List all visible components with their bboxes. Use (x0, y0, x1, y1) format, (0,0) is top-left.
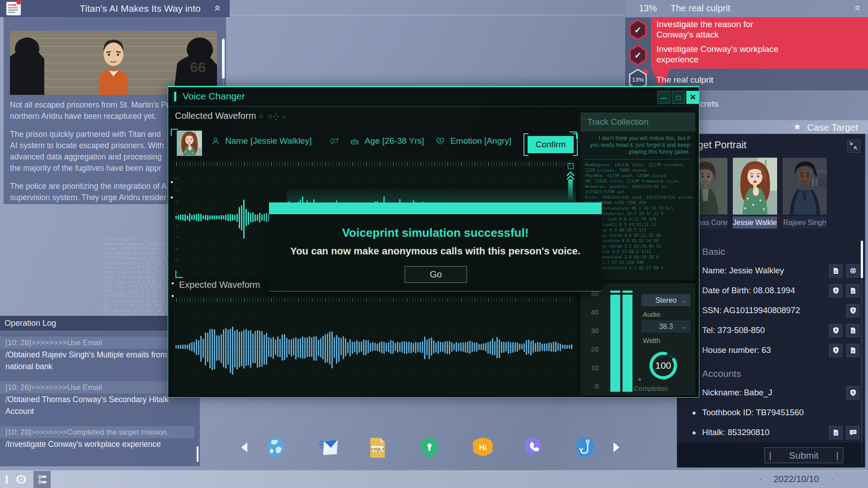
task-progress: 13% (639, 3, 657, 14)
log-scrollbar[interactable] (197, 446, 198, 462)
shield-lock-icon[interactable] (846, 386, 859, 399)
collapse-icon[interactable]: « (212, 4, 223, 14)
log-entry: [10: 26]>>>>>>>>Use Email /Obtained Thom… (0, 381, 194, 417)
expected-waveform-panel (174, 296, 576, 395)
collapse-panel-icon[interactable] (847, 140, 860, 153)
expected-waveform-label: Expected Waveform (179, 280, 260, 290)
operation-log-list: [10: 26]>>>>>>>>Use Email /Obtained Raje… (0, 337, 194, 459)
decor-corner (570, 131, 577, 139)
waveform-scroll-arrow[interactable] (565, 170, 576, 202)
minimize-button[interactable]: — (657, 91, 670, 104)
portrait-jessie-walkley[interactable] (733, 157, 777, 215)
task-item-clipped[interactable]: crets (700, 99, 718, 109)
dialog-header-bar (269, 202, 602, 214)
settings-gear-icon[interactable] (14, 472, 29, 488)
portrait-name[interactable]: Rajeev Singh (783, 216, 827, 229)
log-entry-time: [10: 26]>>>>>>>>Use Email (0, 337, 194, 349)
vu-tick-label: 30 (585, 327, 599, 334)
terminal-line: Networks: packets: 10467237/4G in, (585, 184, 693, 189)
gauge-dot (638, 378, 641, 381)
audio-channel-select[interactable]: Stereo ⌄ (642, 294, 690, 306)
hitalk-icon[interactable]: Hi (472, 437, 492, 458)
age-field: Age [26-38 Yrs] (364, 136, 424, 146)
browser-icon[interactable] (265, 437, 286, 458)
dialog-message: You can now make anonymous calls with th… (269, 245, 602, 257)
portrait-name-selected[interactable]: Jessie Walkley (733, 216, 777, 229)
task-item-completed[interactable]: Investigate the reason forConway's attac… (656, 19, 753, 40)
go-button[interactable]: Go (405, 266, 467, 283)
document-icon[interactable] (846, 324, 859, 337)
task-item-completed[interactable]: Investigate Conway's workplaceexperience (656, 44, 778, 65)
info-row: SSN: AG10119940808972 (702, 300, 859, 320)
case-target-panel: Target Portrait Thomas Conway Jessie Wal… (677, 134, 865, 468)
vu-tick-label: 0 (585, 382, 599, 390)
shield-lock-icon[interactable] (829, 324, 842, 337)
sql-file-icon[interactable]: <SQL> (368, 437, 389, 458)
vu-tick-label: 10 (585, 364, 599, 371)
confirm-button[interactable]: Confirm (528, 136, 574, 153)
terminal-line: MemRegions: 101336 total, 2117M resident… (585, 162, 693, 168)
document-icon[interactable] (829, 426, 842, 439)
maximize-button[interactable]: □ (672, 91, 685, 104)
portrait-rajeev-singh[interactable] (783, 157, 827, 215)
task-item-active[interactable]: The real culprit (656, 75, 713, 85)
dock-back-arrow-icon[interactable] (241, 442, 247, 452)
emotion-field: Emotion [Angry] (450, 136, 511, 146)
terminal-line: Disks: 5985434/93G read, 19152740/33G wr… (585, 195, 693, 200)
audio-label: Audio (643, 310, 660, 318)
taskbar: ·2022/10/10· (0, 471, 868, 488)
dock-forward-arrow-icon[interactable] (613, 442, 619, 452)
shield-lock-icon[interactable] (846, 304, 859, 317)
system-date: ·2022/10/10· (747, 474, 845, 484)
collapse-icon[interactable]: « (855, 4, 861, 14)
submit-button[interactable]: Submit (764, 447, 843, 463)
terminal-line: 4175075/577M out. (585, 189, 693, 195)
document-icon[interactable] (846, 344, 859, 357)
email-icon[interactable] (317, 437, 338, 458)
news-scrollbar[interactable] (222, 39, 225, 79)
dialog-title: Voiceprint simulation successful! (269, 226, 602, 240)
info-row: Name: Jessie Walkley (702, 261, 859, 281)
phone-icon[interactable] (523, 437, 544, 458)
chevron-down-icon: ⌄ (682, 320, 687, 333)
case-target-ribbon: ★ Case Target (674, 120, 868, 134)
vu-meter-left (610, 291, 620, 392)
window-title: Voice Changer (183, 91, 245, 102)
desktop: ==> Rating onNetworker padwalk 10467237/… (0, 0, 868, 488)
svg-text:<SQL>: <SQL> (371, 447, 384, 451)
person-icon (212, 137, 220, 145)
task-check-icon: ✓ (628, 19, 648, 41)
shield-lock-icon[interactable] (829, 284, 842, 297)
terminal-line: VM: 1593G vsize, 1113M framework vsize. (585, 178, 693, 184)
security-shield-icon[interactable] (420, 437, 441, 458)
log-entry-time: [10: 28]>>>>>>>>Completed the target mis… (0, 426, 194, 438)
news-titlebar[interactable]: Titan's AI Makes Its Way into « (0, 0, 230, 17)
audio-controls-panel: 50403020100 Stereo ⌄ Audio 38.3 ⌄ Width … (580, 283, 695, 395)
window-titlebar[interactable]: Voice Changer — □ ✕ (168, 87, 699, 107)
diamond-bullet: ◆ (692, 430, 696, 436)
chat-icon[interactable] (846, 426, 859, 439)
hook-icon[interactable] (575, 437, 595, 458)
active-app-task-icon[interactable] (33, 471, 51, 488)
task-panel-header[interactable]: 13% The real culprit « (625, 0, 868, 17)
document-icon[interactable] (829, 264, 842, 277)
track-collection-title: Track Collection (580, 113, 695, 131)
age-cake-icon (350, 137, 359, 145)
globe-icon[interactable] (846, 264, 859, 277)
document-icon[interactable] (846, 284, 859, 297)
task-check-icon: ✓ (628, 44, 648, 66)
width-select[interactable]: 38.3 ⌄ (642, 320, 690, 333)
panel-scrollbar[interactable] (861, 241, 863, 278)
log-entry: [10: 28]>>>>>>>>Completed the target mis… (0, 426, 194, 450)
shield-lock-icon[interactable] (829, 344, 842, 357)
completion-label: Completion (634, 385, 668, 392)
chevron-down-icon: ⌄ (682, 294, 687, 306)
news-title: Titan's AI Makes Its Way into (68, 3, 212, 14)
info-row: Tel: 373-508-850 (702, 320, 859, 340)
title-accent-bar (174, 92, 176, 101)
close-button[interactable]: ✕ (686, 91, 699, 104)
voice-changer-window: Voice Changer — □ ✕ Collected Waveform ⁘… (168, 86, 699, 398)
news-photo: 66 (10, 31, 217, 95)
target-info: Basic Name: Jessie Walkley Date of Birth… (702, 243, 859, 442)
target-avatar (177, 131, 202, 156)
